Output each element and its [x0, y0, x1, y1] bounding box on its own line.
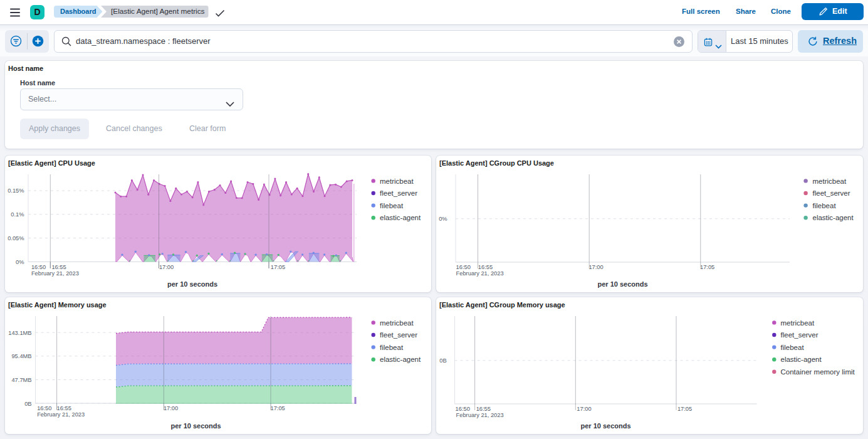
svg-text:0B: 0B: [439, 357, 446, 364]
svg-text:16:50: 16:50: [456, 264, 471, 270]
svg-text:0.15%: 0.15%: [8, 188, 24, 194]
svg-text:17:00: 17:00: [159, 264, 174, 270]
svg-text:elastic-agent: elastic-agent: [781, 356, 822, 363]
svg-text:47.7MB: 47.7MB: [11, 377, 31, 383]
svg-text:per 10 seconds: per 10 seconds: [167, 280, 217, 288]
svg-text:16:50: 16:50: [31, 264, 46, 270]
svg-text:metricbeat: metricbeat: [781, 319, 815, 327]
svg-text:143.1MB: 143.1MB: [8, 330, 31, 336]
svg-text:per 10 seconds: per 10 seconds: [580, 422, 630, 430]
svg-text:filebeat: filebeat: [813, 202, 837, 209]
svg-text:16:50: 16:50: [37, 405, 51, 411]
svg-text:17:00: 17:00: [577, 406, 591, 412]
svg-text:95.4MB: 95.4MB: [11, 353, 31, 359]
svg-text:16:55: 16:55: [476, 406, 491, 412]
svg-text:0.1%: 0.1%: [11, 211, 24, 218]
svg-text:filebeat: filebeat: [380, 344, 404, 351]
svg-text:February 21, 2023: February 21, 2023: [456, 270, 504, 277]
svg-text:0%: 0%: [16, 259, 24, 265]
svg-text:February 21, 2023: February 21, 2023: [31, 270, 79, 277]
svg-text:16:50: 16:50: [456, 406, 470, 412]
svg-text:0.05%: 0.05%: [8, 235, 24, 241]
svg-text:16:55: 16:55: [57, 405, 71, 411]
svg-text:17:00: 17:00: [164, 405, 178, 411]
svg-text:16:55: 16:55: [51, 264, 66, 270]
svg-text:elastic-agent: elastic-agent: [380, 214, 421, 221]
svg-text:17:05: 17:05: [700, 264, 714, 270]
svg-text:17:00: 17:00: [588, 264, 603, 270]
svg-text:filebeat: filebeat: [781, 344, 805, 351]
svg-text:filebeat: filebeat: [380, 202, 404, 209]
svg-text:fleet_server: fleet_server: [380, 189, 417, 197]
svg-text:16:55: 16:55: [478, 264, 493, 270]
svg-text:per 10 seconds: per 10 seconds: [597, 280, 647, 288]
svg-text:metricbeat: metricbeat: [380, 319, 414, 327]
svg-text:Container memory limit: Container memory limit: [781, 368, 855, 376]
svg-text:metricbeat: metricbeat: [380, 177, 414, 185]
svg-text:17:05: 17:05: [271, 264, 285, 270]
svg-text:per 10 seconds: per 10 seconds: [170, 422, 221, 430]
svg-text:February 21, 2023: February 21, 2023: [37, 411, 85, 418]
svg-text:fleet_server: fleet_server: [781, 331, 818, 339]
svg-text:February 21, 2023: February 21, 2023: [456, 412, 504, 418]
svg-text:fleet_server: fleet_server: [813, 189, 850, 197]
svg-text:0B: 0B: [24, 401, 31, 407]
svg-text:elastic-agent: elastic-agent: [813, 214, 854, 221]
svg-text:fleet_server: fleet_server: [380, 331, 417, 339]
svg-text:17:05: 17:05: [677, 406, 692, 412]
svg-text:elastic-agent: elastic-agent: [380, 356, 421, 363]
svg-text:17:05: 17:05: [271, 405, 285, 411]
svg-text:0%: 0%: [439, 216, 447, 222]
svg-text:metricbeat: metricbeat: [813, 177, 847, 185]
